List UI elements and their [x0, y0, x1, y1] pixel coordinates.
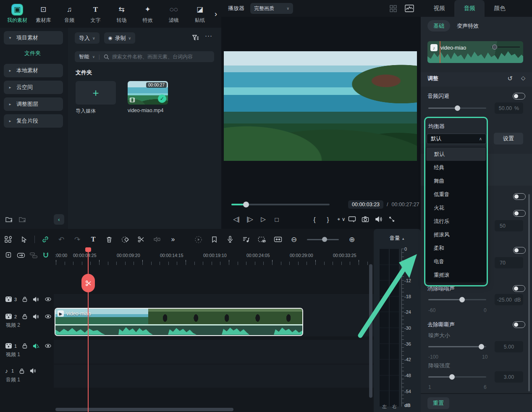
noise-slider-knob[interactable] [479, 344, 484, 349]
zoom-out-icon[interactable]: ⊖ [286, 235, 302, 244]
snapshot-camera-icon[interactable] [362, 216, 375, 223]
speaker-icon[interactable] [33, 314, 39, 320]
ducking-slider[interactable] [428, 108, 486, 109]
subtab-voice-effects[interactable]: 变声特效 [457, 20, 479, 31]
panel-scrollbar[interactable] [528, 194, 530, 391]
lock-icon[interactable] [22, 296, 28, 302]
import-button[interactable]: 导入∨ [75, 32, 100, 44]
filter-icon[interactable] [191, 34, 200, 42]
zoom-knob[interactable] [322, 237, 327, 242]
equalizer-dropdown[interactable]: 默认 ∧ [427, 134, 486, 144]
audio-clip-preview[interactable]: ♪ video-miao [427, 41, 523, 63]
add-text-icon[interactable]: T [85, 236, 101, 243]
timeline-clip[interactable]: ▶ video-miao [55, 308, 303, 336]
hum-value-box[interactable]: -25.00 dB [495, 294, 523, 305]
keyframe-icon[interactable] [117, 236, 133, 244]
delete-icon[interactable] [101, 236, 117, 243]
mark-out-button[interactable]: } [321, 216, 335, 223]
strength-slider-knob[interactable] [449, 374, 455, 380]
audio-to-text-icon[interactable] [238, 236, 254, 243]
equalizer-settings-button[interactable]: 设置 [494, 133, 523, 144]
quality-dropdown[interactable]: 完整画质 ∨ [250, 3, 293, 14]
marker-button[interactable]: ⌖ ∨ [335, 216, 348, 222]
snap-magnet-icon[interactable] [42, 252, 50, 259]
eq-option-heavy-rock[interactable]: 重摇滚 [426, 268, 486, 282]
delete-folder-icon[interactable] [18, 215, 27, 223]
hum-slider[interactable] [428, 299, 486, 300]
speaker-icon[interactable] [375, 216, 388, 223]
play-button[interactable]: ▷ [257, 215, 270, 223]
eq-option-dance[interactable]: 舞曲 [426, 174, 486, 188]
tab-color[interactable]: 颜色 [485, 0, 515, 17]
redo-icon[interactable]: ↷ [69, 235, 85, 244]
playhead-line[interactable] [88, 249, 89, 412]
eye-icon[interactable] [45, 314, 52, 319]
hidden-toggle-1[interactable] [513, 193, 526, 200]
add-track-icon[interactable] [5, 252, 13, 259]
timeline-ruler[interactable]: :00:00 00:00:04:25 00:00:09:20 00:00:14:… [54, 250, 374, 269]
tab-audio-settings[interactable]: 音频 [454, 0, 485, 17]
tab-audio[interactable]: ♫ 音频 [58, 4, 81, 24]
new-folder-icon[interactable] [5, 215, 13, 223]
display-device-icon[interactable] [348, 216, 362, 223]
lock-icon[interactable] [22, 313, 28, 320]
search-input[interactable] [112, 54, 200, 60]
eye-icon[interactable] [45, 297, 52, 302]
voiceover-mic-icon[interactable] [222, 236, 238, 243]
tab-my-media[interactable]: ▣ 我的素材 [6, 4, 29, 24]
audio-1-lane[interactable] [54, 365, 374, 388]
seek-knob[interactable] [243, 202, 249, 207]
undo-icon[interactable]: ↶ [53, 235, 69, 244]
strength-slider[interactable] [428, 376, 486, 378]
eq-option-spark[interactable]: 火花 [426, 201, 486, 215]
keyframe-diamond-icon[interactable]: ◇ [521, 75, 525, 82]
sidebar-item-local-media[interactable]: ▸ 本地素材 [4, 64, 63, 77]
record-button[interactable]: ◉录制∨ [104, 32, 135, 44]
eq-option-electronic[interactable]: 电音 [426, 255, 486, 268]
eq-option-low-bass[interactable]: 低重音 [426, 188, 486, 201]
tabs-expand-chevron-icon[interactable]: › [215, 10, 217, 18]
fit-timeline-icon[interactable] [270, 236, 286, 243]
eye-icon[interactable] [45, 343, 52, 349]
video-thumbnail[interactable]: 00:00:27 ✓ [128, 81, 168, 105]
remove-hiss-toggle[interactable] [513, 321, 525, 328]
noise-value-box[interactable]: 5.00 [495, 341, 523, 352]
seek-bar[interactable] [231, 204, 330, 205]
video-preview[interactable] [224, 51, 417, 161]
timeline-vertical-scrollbar[interactable] [369, 264, 372, 398]
speaker-icon[interactable] [33, 297, 39, 302]
sidebar-item-folder[interactable]: 文件夹 [24, 50, 41, 57]
tab-effects[interactable]: ✦ 特效 [136, 4, 159, 24]
collapse-sidebar-button[interactable]: ‹ [54, 214, 64, 225]
group-tracks-icon[interactable] [29, 252, 38, 259]
hidden-toggle-2[interactable] [513, 210, 526, 217]
strength-value-box[interactable]: 3.00 [495, 371, 523, 383]
mark-in-button[interactable]: { [308, 216, 321, 223]
tab-stock-media[interactable]: ⊡ 素材库 [32, 4, 55, 24]
hidden-value-1-box[interactable]: 50 [495, 220, 523, 231]
eq-option-classic[interactable]: 经典 [426, 161, 486, 174]
eq-option-rock[interactable]: 摇滚风 [426, 228, 486, 241]
sidebar-item-adjustment-layer[interactable]: ▸ 调整图层 [4, 97, 63, 111]
mute-clip-icon[interactable] [149, 236, 165, 243]
track-1-lane[interactable] [54, 340, 374, 364]
eq-option-soft[interactable]: 柔和 [426, 241, 486, 255]
tab-filters[interactable]: ◌◌ 滤镜 [162, 4, 185, 24]
audio-ducking-toggle[interactable] [513, 93, 525, 100]
sidebar-item-project-media[interactable]: ▾ 项目素材 [4, 31, 63, 45]
lock-icon[interactable] [19, 368, 25, 374]
reset-adjust-icon[interactable]: ↺ [507, 75, 513, 82]
speaker-icon[interactable] [30, 368, 37, 374]
lock-icon[interactable] [22, 343, 28, 349]
clip-volume-knob[interactable] [492, 45, 497, 50]
speaker-muted-icon[interactable] [33, 343, 39, 349]
media-browser-icon[interactable] [0, 236, 16, 243]
search-mode-label[interactable]: 智能 [79, 53, 89, 60]
stop-button[interactable]: □ [270, 216, 283, 223]
split-cutter-button[interactable] [81, 274, 95, 292]
layout-grid-icon[interactable] [389, 5, 397, 13]
ducking-value-box[interactable]: 50.00 % [495, 102, 523, 114]
hidden-value-2-box[interactable]: 70 [495, 257, 523, 268]
tab-transitions[interactable]: ⇆ 转场 [110, 4, 133, 24]
track-link-icon[interactable] [17, 252, 25, 259]
